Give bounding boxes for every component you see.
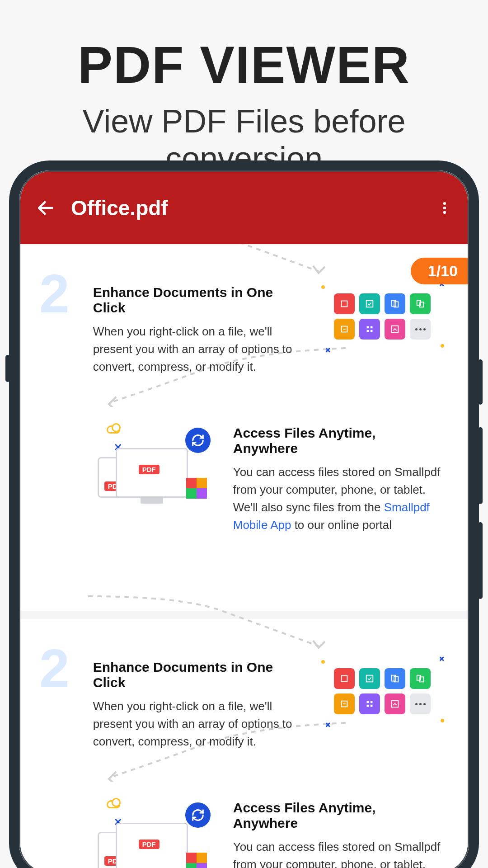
section-heading: Enhance Documents in One Click bbox=[93, 285, 303, 316]
phone-mockup: Office.pdf 1/10 bbox=[9, 160, 479, 868]
ghost-number: 3 bbox=[20, 778, 21, 840]
section-body: You can access files stored on Smallpdf … bbox=[233, 463, 443, 534]
svg-rect-16 bbox=[342, 676, 347, 682]
feature-section: 3 ✕ PDF PDF bbox=[45, 425, 443, 534]
cloud-icon bbox=[107, 425, 120, 434]
svg-point-1 bbox=[443, 202, 446, 205]
tool-tile-icon bbox=[410, 668, 431, 689]
tool-tile-icon bbox=[359, 319, 380, 340]
svg-rect-23 bbox=[367, 701, 369, 703]
tools-illustration bbox=[321, 660, 443, 723]
svg-rect-12 bbox=[371, 326, 373, 329]
feature-section: 2 Enhance Documents in One Click When yo… bbox=[45, 660, 443, 750]
pdf-badge-icon: PDF bbox=[139, 465, 160, 474]
devices-illustration: ✕ PDF PDF bbox=[93, 425, 215, 502]
tool-tile-icon bbox=[359, 293, 380, 314]
tool-tile-icon bbox=[410, 293, 431, 314]
section-body: When you right-click on a file, we'll pr… bbox=[93, 323, 303, 376]
section-heading: Access Files Anytime, Anywhere bbox=[233, 425, 443, 456]
svg-rect-26 bbox=[371, 705, 373, 707]
section-body: You can access files stored on Smallpdf … bbox=[233, 838, 443, 868]
ghost-number: 2 bbox=[39, 637, 70, 699]
section-body: When you right-click on a file, we'll pr… bbox=[93, 698, 303, 750]
tool-tile-icon bbox=[359, 693, 380, 714]
pdf-badge-icon: PDF bbox=[139, 840, 160, 849]
pdf-viewport[interactable]: 1/10 2 Enhance Documents in One Click Wh… bbox=[20, 244, 468, 868]
app-bar: Office.pdf bbox=[20, 172, 468, 244]
page-indicator: 1/10 bbox=[411, 258, 468, 284]
tool-tile-icon bbox=[385, 319, 405, 340]
more-vert-icon[interactable] bbox=[437, 200, 452, 216]
sync-icon bbox=[185, 802, 211, 828]
svg-rect-13 bbox=[367, 330, 369, 332]
sync-icon bbox=[185, 428, 211, 453]
tool-tile-icon bbox=[334, 693, 355, 714]
cloud-icon bbox=[107, 800, 120, 808]
tool-tile-icon bbox=[334, 293, 355, 314]
svg-rect-17 bbox=[366, 675, 373, 682]
connector-path bbox=[66, 244, 382, 280]
devices-illustration: ✕ PDF PDF bbox=[93, 800, 215, 868]
tool-tile-icon bbox=[359, 668, 380, 689]
color-grid-icon bbox=[186, 478, 207, 499]
document-title: Office.pdf bbox=[71, 196, 437, 220]
svg-rect-25 bbox=[367, 705, 369, 707]
feature-section: 3 ✕ PDF PDF bbox=[45, 800, 443, 868]
tool-tile-icon bbox=[334, 668, 355, 689]
ghost-number: 2 bbox=[39, 262, 70, 325]
color-grid-icon bbox=[186, 853, 207, 868]
svg-point-3 bbox=[443, 211, 446, 214]
ghost-number: 3 bbox=[20, 403, 21, 465]
section-heading: Enhance Documents in One Click bbox=[93, 660, 303, 690]
back-arrow-icon[interactable] bbox=[36, 198, 56, 218]
promo-title: PDF VIEWER bbox=[0, 36, 488, 94]
svg-point-2 bbox=[443, 207, 446, 209]
pdf-page: 2 Enhance Documents in One Click When yo… bbox=[20, 244, 468, 611]
svg-rect-4 bbox=[342, 301, 347, 307]
feature-section: 2 Enhance Documents in One Click When yo… bbox=[45, 285, 443, 376]
tool-tile-icon bbox=[385, 693, 405, 714]
tool-tile-icon bbox=[385, 293, 405, 314]
section-heading: Access Files Anytime, Anywhere bbox=[233, 800, 443, 831]
svg-rect-5 bbox=[366, 301, 373, 307]
tool-tile-more-icon bbox=[410, 693, 431, 714]
svg-rect-24 bbox=[371, 701, 373, 703]
tool-tile-more-icon bbox=[410, 319, 431, 340]
svg-rect-11 bbox=[367, 326, 369, 329]
tool-tile-icon bbox=[385, 668, 405, 689]
pdf-page: 2 Enhance Documents in One Click When yo… bbox=[20, 619, 468, 868]
svg-rect-14 bbox=[371, 330, 373, 332]
tool-tile-icon bbox=[334, 319, 355, 340]
tools-illustration bbox=[321, 285, 443, 348]
